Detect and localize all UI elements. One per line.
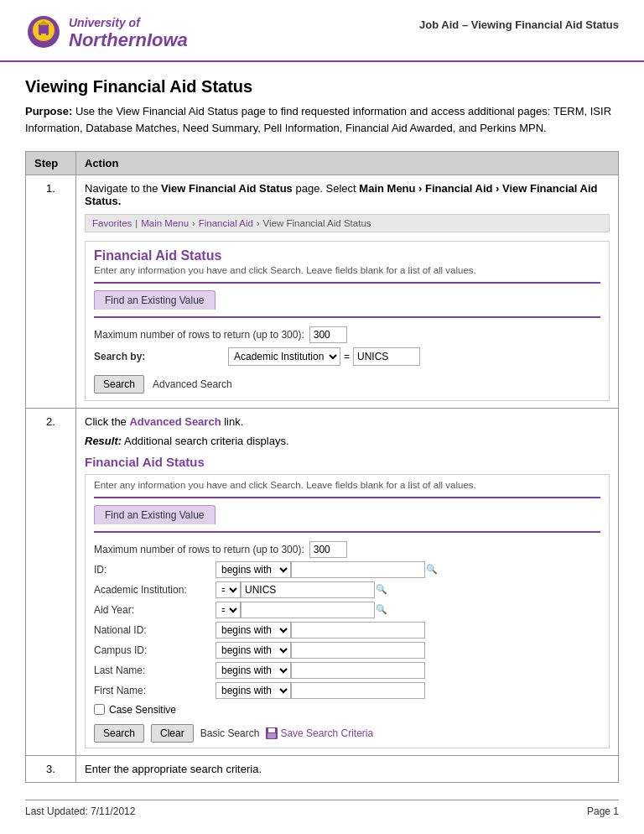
adv-id-input[interactable]: [291, 561, 425, 578]
adv-campus-id-operator[interactable]: begins with: [216, 642, 291, 659]
adv-btn-row: Search Clear Basic Search Save Search Cr…: [86, 719, 609, 748]
search-by-value[interactable]: [353, 347, 420, 366]
adv-aid-year-label: Aid Year:: [94, 604, 216, 616]
breadcrumb-current: View Financial Aid Status: [263, 218, 371, 228]
adv-max-rows-row: Maximum number of rows to return (up to …: [86, 539, 609, 560]
col-header-action: Action: [76, 152, 619, 175]
adv-last-name-operator[interactable]: begins with: [216, 662, 291, 679]
adv-campus-id-label: Campus ID:: [94, 644, 216, 656]
search-by-label: Search by:: [94, 351, 228, 362]
adv-institution-input[interactable]: [241, 581, 375, 598]
step-3-num: 3.: [26, 755, 76, 782]
save-icon: [266, 727, 278, 739]
adv-institution-operator[interactable]: =: [216, 581, 241, 598]
fa-box-divider-1: [94, 282, 600, 284]
adv-id-row: ID: begins with 🔍: [86, 560, 609, 580]
logo-text: University of NorthernIowa: [69, 17, 188, 50]
adv-institution-search-icon: 🔍: [375, 583, 388, 597]
case-sensitive-checkbox[interactable]: [94, 704, 105, 715]
adv-max-rows-input[interactable]: [309, 541, 347, 558]
fa-status-box-step2: Enter any information you have and click…: [85, 474, 610, 748]
result-text: Result: Additional search criteria displ…: [85, 433, 610, 450]
adv-aid-year-search-icon: 🔍: [375, 603, 388, 617]
svg-rect-3: [41, 34, 46, 38]
breadcrumb-favorites[interactable]: Favorites: [92, 218, 132, 228]
breadcrumb-sep1: |: [135, 218, 138, 228]
adv-box-subtitle: Enter any information you have and click…: [86, 475, 609, 497]
col-header-step: Step: [26, 152, 76, 175]
step-2-action: Click the Advanced Search link. Result: …: [76, 409, 619, 756]
footer-page: Page 1: [587, 805, 619, 817]
svg-rect-7: [267, 733, 276, 738]
step1-search-btn-row: Search Advanced Search: [86, 368, 609, 400]
tab-underline-1: [94, 316, 600, 318]
step-2-num: 2.: [26, 409, 76, 756]
step1-rest: page. Select: [293, 182, 360, 195]
footer-last-updated: Last Updated: 7/11/2012: [25, 805, 135, 817]
fa-box-subtitle-1: Enter any information you have and click…: [86, 265, 609, 282]
step-3-action: Enter the appropriate search criteria.: [76, 755, 619, 782]
adv-first-name-input[interactable]: [291, 682, 425, 699]
adv-national-id-row: National ID: begins with: [86, 620, 609, 640]
adv-id-operator[interactable]: begins with: [216, 561, 291, 578]
adv-search-button[interactable]: Search: [94, 724, 144, 743]
adv-aid-year-row: Aid Year: = 🔍: [86, 600, 609, 620]
max-rows-input-1[interactable]: [309, 326, 347, 343]
find-existing-value-tab[interactable]: Find an Existing Value: [94, 290, 216, 310]
adv-find-existing-tab[interactable]: Find an Existing Value: [94, 505, 216, 524]
adv-last-name-label: Last Name:: [94, 665, 216, 676]
university-logo-icon: [25, 15, 62, 52]
save-search-link[interactable]: Save Search Criteria: [266, 727, 373, 739]
breadcrumb-financial-aid[interactable]: Financial Aid: [199, 218, 253, 228]
basic-search-link[interactable]: Basic Search: [200, 727, 260, 739]
fa-box-title-1: Financial Aid Status: [86, 242, 609, 265]
adv-first-name-operator[interactable]: begins with: [216, 682, 291, 699]
step1-intro: Navigate to the: [85, 182, 161, 195]
step-1-num: 1.: [26, 175, 76, 409]
case-sensitive-label: Case Sensitive: [109, 704, 176, 716]
tab-row-1: Find an Existing Value: [86, 290, 609, 310]
steps-table: Step Action 1. Navigate to the View Fina…: [25, 151, 619, 783]
advanced-search-link[interactable]: Advanced Search: [153, 378, 232, 390]
header-job-aid-title: Job Aid – Viewing Financial Aid Status: [419, 15, 619, 31]
header: University of NorthernIowa Job Aid – Vie…: [0, 0, 644, 62]
adv-last-name-row: Last Name: begins with: [86, 660, 609, 680]
search-by-select[interactable]: Academic Institution: [228, 347, 340, 366]
step-1-action: Navigate to the View Financial Aid Statu…: [76, 175, 619, 409]
footer: Last Updated: 7/11/2012 Page 1: [25, 800, 619, 817]
adv-box-divider: [94, 497, 600, 498]
adv-id-search-icon: 🔍: [425, 563, 439, 576]
adv-max-rows-label: Maximum number of rows to return (up to …: [94, 544, 304, 555]
svg-rect-6: [268, 728, 275, 732]
max-rows-row-1: Maximum number of rows to return (up to …: [86, 325, 609, 345]
adv-first-name-label: First Name:: [94, 685, 216, 696]
adv-institution-row: Academic Institution: = 🔍: [86, 580, 609, 600]
page-title: Viewing Financial Aid Status: [25, 77, 619, 96]
adv-last-name-input[interactable]: [291, 662, 425, 679]
breadcrumb-arrow2: ›: [257, 218, 260, 228]
adv-tab-underline: [94, 531, 600, 533]
adv-aid-year-input[interactable]: [241, 602, 375, 618]
svg-rect-2: [39, 23, 49, 35]
step2-adv-link[interactable]: Advanced Search: [129, 415, 221, 428]
adv-institution-label: Academic Institution:: [94, 584, 216, 596]
adv-id-label: ID:: [94, 564, 216, 576]
adv-national-id-input[interactable]: [291, 622, 425, 639]
main-content: Viewing Financial Aid Status Purpose: Us…: [0, 62, 644, 808]
adv-national-id-operator[interactable]: begins with: [216, 622, 291, 639]
adv-box-title: Financial Aid Status: [85, 455, 610, 469]
breadcrumb: Favorites | Main Menu › Financial Aid › …: [85, 214, 610, 232]
table-row: 2. Click the Advanced Search link. Resul…: [26, 409, 619, 756]
adv-aid-year-operator[interactable]: =: [216, 602, 241, 618]
adv-campus-id-input[interactable]: [291, 642, 425, 659]
search-by-operator: =: [344, 351, 350, 362]
search-button-1[interactable]: Search: [94, 375, 144, 394]
breadcrumb-main-menu[interactable]: Main Menu: [141, 218, 189, 228]
step2-click: Click the: [85, 415, 129, 428]
fa-status-box-step1: Financial Aid Status Enter any informati…: [85, 241, 610, 401]
max-rows-label-1: Maximum number of rows to return (up to …: [94, 329, 304, 341]
adv-clear-button[interactable]: Clear: [151, 724, 194, 743]
adv-campus-id-row: Campus ID: begins with: [86, 640, 609, 660]
adv-first-name-row: First Name: begins with: [86, 680, 609, 701]
purpose-text: Purpose: Use the View Financial Aid Stat…: [25, 103, 619, 136]
